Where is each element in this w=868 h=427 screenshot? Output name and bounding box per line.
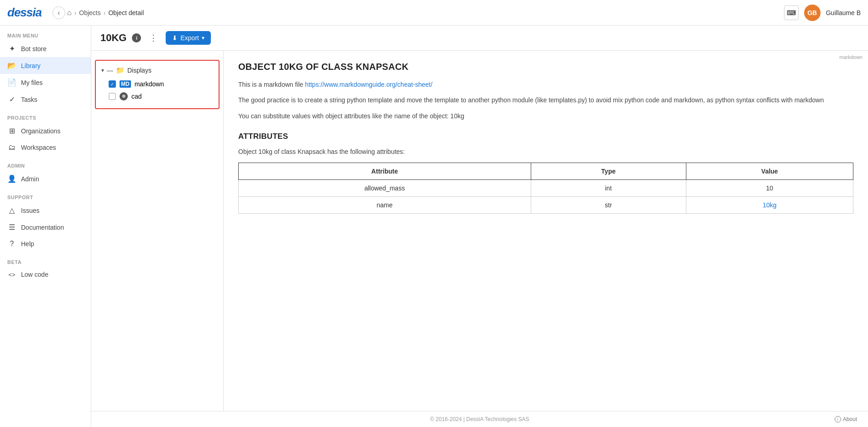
display-tree-group: ▾ — 📁 Displays ✓ MD markdown <box>95 60 220 109</box>
sidebar-item-label-workspaces: Workspaces <box>21 144 56 151</box>
table-cell-value-0: 10 <box>686 179 853 196</box>
export-icon: ⬇ <box>172 34 178 42</box>
breadcrumb-objects[interactable]: Objects <box>79 9 100 16</box>
page-title: 10KG <box>100 32 126 44</box>
tasks-icon: ✓ <box>7 95 16 104</box>
sidebar-item-label-admin: Admin <box>21 175 39 183</box>
breadcrumb-sep-1: › <box>74 9 77 16</box>
issues-icon: △ <box>7 206 16 215</box>
minus-icon: — <box>107 67 113 74</box>
library-icon: 📂 <box>7 61 16 70</box>
info-button[interactable]: i <box>132 33 141 42</box>
main-layout: Main menu ✦ Bot store 📂 Library 📄 My fil… <box>0 26 868 427</box>
display-item-label-markdown: markdown <box>135 80 164 88</box>
displays-header[interactable]: ▾ — 📁 Displays <box>96 64 219 76</box>
table-cell-type-0: int <box>531 179 686 196</box>
cad-type-icon: ⚙ <box>120 92 128 100</box>
markdown-type-icon: MD <box>120 80 131 88</box>
table-header-attribute: Attribute <box>239 163 531 179</box>
breadcrumb-current: Object detail <box>108 9 144 16</box>
admin-icon: 👤 <box>7 174 16 183</box>
footer-copyright: © 2016-2024 | DessiA Technologies SAS <box>430 416 529 422</box>
avatar[interactable]: GB <box>804 5 821 21</box>
sidebar-item-issues[interactable]: △ Issues <box>0 202 91 219</box>
nav-back-button[interactable]: ‹ <box>52 6 65 19</box>
section-label-admin: Admin <box>0 156 91 170</box>
table-cell-type-1: str <box>531 196 686 213</box>
table-header-value: Value <box>686 163 853 179</box>
attributes-intro: Object 10kg of class Knapsack has the fo… <box>238 147 853 157</box>
table-header-type: Type <box>531 163 686 179</box>
content-para1-link[interactable]: https://www.markdownguide.org/cheat-shee… <box>305 81 432 88</box>
left-panel: ▾ — 📁 Displays ✓ MD markdown <box>91 51 224 411</box>
sidebar-item-organizations[interactable]: ⊞ Organizations <box>0 122 91 139</box>
footer: © 2016-2024 | DessiA Technologies SAS i … <box>91 411 868 427</box>
help-icon: ? <box>7 240 16 248</box>
content-para3: You can substitute values with object at… <box>238 111 853 121</box>
display-item-markdown[interactable]: ✓ MD markdown <box>96 78 219 90</box>
content-area: 10KG i ⋮ ⬇ Export ▾ ▾ — 📁 Displays <box>91 26 868 427</box>
display-item-cad[interactable]: ⚙ cad <box>96 90 219 103</box>
app-logo: dessia <box>7 5 42 20</box>
table-cell-value-1[interactable]: 10kg <box>686 196 853 213</box>
content-heading1: OBJECT 10KG OF CLASS KNAPSACK <box>238 62 853 72</box>
sidebar-item-tasks[interactable]: ✓ Tasks <box>0 91 91 108</box>
right-panel: markdown OBJECT 10KG OF CLASS KNAPSACK T… <box>224 51 868 411</box>
export-label: Export <box>180 34 199 42</box>
bot-store-icon: ✦ <box>7 44 16 53</box>
sidebar-item-label-low-code: Low code <box>21 271 48 278</box>
home-icon[interactable]: ⌂ <box>67 9 72 17</box>
content-para2: The good practice is to create a string … <box>238 95 853 105</box>
markdown-checkbox[interactable]: ✓ <box>109 80 116 88</box>
more-options-button[interactable]: ⋮ <box>146 32 160 44</box>
about-label: About <box>843 416 857 422</box>
low-code-icon: <> <box>7 271 16 278</box>
table-row: name str 10kg <box>239 196 853 213</box>
markdown-badge: markdown <box>839 54 863 60</box>
about-button[interactable]: i About <box>835 416 857 422</box>
table-row: allowed_mass int 10 <box>239 179 853 196</box>
cad-checkbox[interactable] <box>109 93 116 100</box>
workspaces-icon: 🗂 <box>7 143 16 152</box>
breadcrumb-sep-2: › <box>104 9 106 16</box>
breadcrumb: ⌂ › Objects › Object detail <box>67 9 784 17</box>
attributes-table: Attribute Type Value allowed_mass int 10… <box>238 163 853 214</box>
export-button[interactable]: ⬇ Export ▾ <box>166 31 210 45</box>
sidebar-item-bot-store[interactable]: ✦ Bot store <box>0 40 91 57</box>
sidebar-item-documentation[interactable]: ☰ Documentation <box>0 219 91 236</box>
content-heading2: ATTRIBUTES <box>238 132 853 141</box>
sidebar-item-my-files[interactable]: 📄 My files <box>0 74 91 91</box>
sidebar-item-low-code[interactable]: <> Low code <box>0 267 91 282</box>
content-para1: This is a markdown file https://www.mark… <box>238 79 853 90</box>
table-cell-attribute-1: name <box>239 196 531 213</box>
page-header: 10KG i ⋮ ⬇ Export ▾ <box>91 26 868 51</box>
sidebar-item-library[interactable]: 📂 Library <box>0 57 91 74</box>
sidebar-item-label-organizations: Organizations <box>21 127 60 135</box>
export-chevron-icon: ▾ <box>202 35 204 41</box>
content-para1-text: This is a markdown file <box>238 81 305 88</box>
documentation-icon: ☰ <box>7 223 16 232</box>
sidebar-item-workspaces[interactable]: 🗂 Workspaces <box>0 139 91 156</box>
sidebar-item-label-bot-store: Bot store <box>21 45 47 53</box>
sidebar-item-label-documentation: Documentation <box>21 224 64 231</box>
sidebar-item-label-tasks: Tasks <box>21 96 37 103</box>
organizations-icon: ⊞ <box>7 127 16 135</box>
sidebar-item-help[interactable]: ? Help <box>0 236 91 252</box>
display-item-label-cad: cad <box>131 93 142 100</box>
split-view: ▾ — 📁 Displays ✓ MD markdown <box>91 51 868 411</box>
collapse-icon: ▾ <box>101 67 104 74</box>
sidebar-item-label-my-files: My files <box>21 79 42 86</box>
folder-icon: 📁 <box>116 66 125 74</box>
displays-label: Displays <box>127 67 152 74</box>
topbar-right: ⌨ GB Guillaume B <box>784 5 861 21</box>
section-label-projects: Projects <box>0 108 91 122</box>
topbar: dessia ‹ ⌂ › Objects › Object detail ⌨ G… <box>0 0 868 26</box>
sidebar-item-label-library: Library <box>21 62 41 69</box>
display-tree-children: ✓ MD markdown ⚙ cad <box>96 76 219 105</box>
keyboard-button[interactable]: ⌨ <box>784 5 799 20</box>
section-label-beta: Beta <box>0 252 91 267</box>
sidebar-item-admin[interactable]: 👤 Admin <box>0 170 91 187</box>
sidebar-item-label-issues: Issues <box>21 207 39 214</box>
section-label-support: Support <box>0 187 91 202</box>
section-label-main: Main menu <box>0 26 91 40</box>
